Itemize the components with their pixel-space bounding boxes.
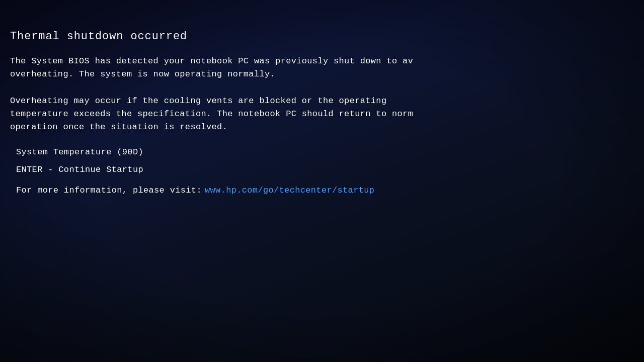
paragraph-1: The System BIOS has detected your notebo… [10, 55, 629, 81]
info-line: For more information, please visit:www.h… [16, 186, 629, 195]
bios-content: Thermal shutdown occurred The System BIO… [10, 30, 629, 195]
paragraph-2-line1: Overheating may occur if the cooling ven… [10, 96, 386, 106]
paragraph-2-line2: temperature exceeds the specification. T… [10, 109, 413, 119]
enter-continue[interactable]: ENTER - Continue Startup [16, 165, 629, 174]
paragraph-2-line3: operation once the situation is resolved… [10, 122, 227, 132]
screen-title: Thermal shutdown occurred [10, 30, 629, 43]
info-prefix: For more information, please visit: [16, 186, 202, 195]
paragraph-2: Overheating may occur if the cooling ven… [10, 95, 629, 134]
paragraph-1-line1: The System BIOS has detected your notebo… [10, 56, 413, 66]
system-temperature: System Temperature (90D) [16, 147, 629, 157]
bios-screen: Thermal shutdown occurred The System BIO… [0, 0, 644, 362]
info-url[interactable]: www.hp.com/go/techcenter/startup [205, 186, 374, 195]
paragraph-1-line2: overheating. The system is now operating… [10, 69, 275, 79]
